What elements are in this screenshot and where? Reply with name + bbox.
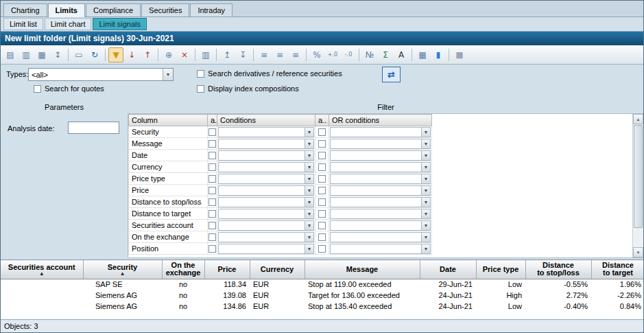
col-header-on-the-exchange[interactable]: On theexchange bbox=[162, 260, 204, 279]
or-condition-select[interactable]: ▼ bbox=[330, 162, 431, 172]
tab-compliance[interactable]: Compliance bbox=[86, 3, 141, 16]
col-header-security[interactable]: Security▲ bbox=[83, 260, 162, 279]
search-quotes-checkbox[interactable]: Search for quotes bbox=[34, 84, 104, 93]
number-format-icon[interactable]: № bbox=[362, 47, 377, 62]
new-window-icon[interactable]: ▭ bbox=[71, 47, 86, 62]
condition-select[interactable]: ▼ bbox=[218, 220, 314, 231]
or-checkbox[interactable] bbox=[318, 210, 326, 218]
and-checkbox[interactable] bbox=[208, 222, 216, 229]
or-condition-select[interactable]: ▼ bbox=[330, 174, 431, 184]
refresh-icon[interactable]: ↻ bbox=[87, 47, 102, 62]
col-header-message[interactable]: Message bbox=[305, 260, 420, 279]
analysis-date-input[interactable] bbox=[68, 122, 119, 134]
col-header-price-type[interactable]: Price type bbox=[476, 260, 525, 279]
or-condition-select[interactable]: ▼ bbox=[330, 185, 431, 196]
tab-limits[interactable]: Limits bbox=[48, 3, 85, 17]
columns-icon[interactable]: ▥ bbox=[198, 47, 213, 62]
and-checkbox[interactable] bbox=[208, 187, 216, 194]
condition-select[interactable]: ▼ bbox=[218, 150, 314, 161]
condition-select[interactable]: ▼ bbox=[218, 244, 314, 254]
chart-icon[interactable]: ▤ bbox=[3, 47, 18, 62]
bar-chart-icon[interactable]: ▮ bbox=[431, 47, 446, 62]
col-header-date[interactable]: Date bbox=[420, 260, 476, 279]
and-checkbox[interactable] bbox=[208, 163, 216, 171]
tab-securities[interactable]: Securities bbox=[141, 3, 189, 16]
condition-select[interactable]: ▼ bbox=[218, 139, 314, 149]
scroll-down-button[interactable]: ▼ bbox=[633, 247, 643, 257]
col-header-price[interactable]: Price bbox=[204, 260, 250, 279]
condition-select[interactable]: ▼ bbox=[218, 174, 314, 184]
and-checkbox[interactable] bbox=[208, 233, 216, 241]
signal-up-icon[interactable]: ↑ bbox=[140, 47, 155, 62]
align-center-icon[interactable]: ≡ bbox=[272, 47, 287, 62]
or-checkbox[interactable] bbox=[318, 152, 326, 159]
or-checkbox[interactable] bbox=[318, 140, 326, 148]
or-condition-select[interactable]: ▼ bbox=[330, 150, 431, 161]
or-checkbox[interactable] bbox=[318, 128, 326, 136]
subtab-limit-signals[interactable]: Limit signals bbox=[93, 18, 147, 30]
chart-axes-icon[interactable]: ▥ bbox=[19, 47, 34, 62]
increase-decimal-icon[interactable]: +.0 bbox=[325, 47, 340, 62]
condition-select[interactable]: ▼ bbox=[218, 197, 314, 207]
or-condition-select[interactable]: ▼ bbox=[330, 232, 431, 242]
subtab-limit-chart[interactable]: Limit chart bbox=[45, 18, 92, 30]
signal-down-icon[interactable]: ↓ bbox=[124, 47, 139, 62]
or-checkbox[interactable] bbox=[318, 222, 326, 229]
chart-frame-icon[interactable]: ▦ bbox=[34, 47, 49, 62]
col-header-distance-target[interactable]: Distanceto target bbox=[591, 260, 643, 279]
or-checkbox[interactable] bbox=[318, 233, 326, 241]
and-checkbox[interactable] bbox=[208, 140, 216, 148]
table-icon[interactable]: ▦ bbox=[415, 47, 430, 62]
or-checkbox[interactable] bbox=[318, 245, 326, 253]
and-checkbox[interactable] bbox=[208, 210, 216, 218]
search-derivatives-checkbox[interactable]: Search derivatives / reference securitie… bbox=[197, 69, 342, 78]
or-checkbox[interactable] bbox=[318, 187, 326, 194]
or-checkbox[interactable] bbox=[318, 198, 326, 206]
decrease-decimal-icon[interactable]: -.0 bbox=[341, 47, 356, 62]
result-row[interactable]: SAP SE no 118.34 EUR Stop at 119.00 exce… bbox=[1, 279, 643, 290]
or-condition-select[interactable]: ▼ bbox=[330, 244, 431, 254]
percent-icon[interactable]: % bbox=[309, 47, 324, 62]
condition-select[interactable]: ▼ bbox=[218, 209, 314, 219]
or-condition-select[interactable]: ▼ bbox=[330, 197, 431, 207]
result-row[interactable]: Siemens AG no 134.86 EUR Stop at 135.40 … bbox=[1, 301, 643, 312]
or-checkbox[interactable] bbox=[318, 175, 326, 183]
condition-select[interactable]: ▼ bbox=[218, 162, 314, 172]
and-checkbox[interactable] bbox=[208, 175, 216, 183]
and-checkbox[interactable] bbox=[208, 198, 216, 206]
tab-charting[interactable]: Charting bbox=[3, 3, 47, 16]
col-header-distance-stop-loss[interactable]: Distanceto stop/loss bbox=[525, 260, 591, 279]
filter-icon[interactable]: ▼ bbox=[108, 47, 123, 62]
insert-icon[interactable]: ⊕ bbox=[161, 47, 176, 62]
scroll-up-button[interactable]: ▲ bbox=[633, 114, 643, 124]
condition-select[interactable]: ▼ bbox=[218, 185, 314, 196]
and-checkbox[interactable] bbox=[208, 152, 216, 159]
types-select[interactable]: <all> ▼ bbox=[28, 68, 174, 81]
filter-scrollbar[interactable]: ▲ ▼ bbox=[632, 114, 643, 257]
or-condition-select[interactable]: ▼ bbox=[330, 127, 431, 137]
font-icon[interactable]: A bbox=[394, 47, 409, 62]
subtab-limit-list[interactable]: Limit list bbox=[3, 18, 43, 30]
col-header-currency[interactable]: Currency bbox=[250, 260, 305, 279]
and-checkbox[interactable] bbox=[208, 245, 216, 253]
scroll-thumb[interactable] bbox=[634, 125, 643, 228]
sort-descending-icon[interactable]: ↧ bbox=[235, 47, 250, 62]
execute-search-button[interactable]: ⇄ bbox=[382, 67, 401, 82]
or-condition-select[interactable]: ▼ bbox=[330, 139, 431, 149]
and-checkbox[interactable] bbox=[208, 128, 216, 136]
chart-range-icon[interactable]: ↕ bbox=[50, 47, 65, 62]
sum-icon[interactable]: Σ bbox=[378, 47, 393, 62]
result-row[interactable]: Siemens AG no 139.08 EUR Target for 136.… bbox=[1, 290, 643, 301]
or-condition-select[interactable]: ▼ bbox=[330, 209, 431, 219]
align-left-icon[interactable]: ≡ bbox=[257, 47, 272, 62]
or-checkbox[interactable] bbox=[318, 163, 326, 171]
delete-icon[interactable]: × bbox=[177, 47, 192, 62]
condition-select[interactable]: ▼ bbox=[218, 232, 314, 242]
tab-intraday[interactable]: Intraday bbox=[190, 3, 232, 16]
or-condition-select[interactable]: ▼ bbox=[330, 220, 431, 231]
align-right-icon[interactable]: ≡ bbox=[288, 47, 303, 62]
sort-ascending-icon[interactable]: ↥ bbox=[219, 47, 235, 62]
display-index-checkbox[interactable]: Display index compositions bbox=[197, 84, 299, 93]
condition-select[interactable]: ▼ bbox=[218, 127, 314, 137]
stop-icon[interactable]: ■ bbox=[452, 47, 467, 62]
